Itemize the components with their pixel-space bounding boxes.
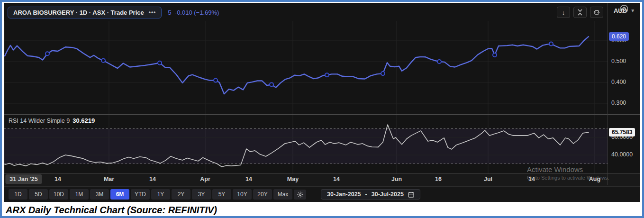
calendar-icon: [408, 191, 414, 198]
range-toolbar: 1D5D10D1M3M6MYTD1Y2Y3Y5Y10Y20YMax30-Jan-…: [4, 186, 640, 202]
range-button-1m[interactable]: 1M: [70, 189, 89, 200]
range-button-3m[interactable]: 3M: [90, 189, 109, 200]
chart-settings-gear-icon[interactable]: [294, 190, 306, 200]
range-button-10d[interactable]: 10D: [49, 189, 68, 200]
axis-label-price: 0.400: [611, 79, 626, 85]
axis-label-rsi: 40.0000: [611, 151, 633, 158]
date-from: 30-Jan-2025: [327, 191, 361, 198]
collapse-icon[interactable]: [573, 7, 587, 18]
time-tick: Apr: [200, 176, 210, 182]
time-axis[interactable]: 31 Jan '2514Mar14Apr14May14Jun16Jul14Aug: [4, 173, 640, 186]
refresh-loop-icon[interactable]: [590, 7, 603, 18]
time-tick: 16: [435, 176, 442, 182]
range-button-3y[interactable]: 3Y: [192, 189, 211, 200]
rsi-indicator-value: 30.6219: [73, 117, 95, 124]
range-button-5y[interactable]: 5Y: [212, 189, 231, 200]
more-options-icon[interactable]: •••: [149, 9, 156, 16]
rsi-indicator-label[interactable]: RSI 14 Wilder Simple 930.6219: [9, 117, 95, 124]
chart-header: AROA BIOSURGERY · 1D · ASX · Trade Price…: [8, 5, 603, 19]
range-button-10y[interactable]: 10Y: [233, 189, 252, 200]
range-button-ytd[interactable]: YTD: [131, 189, 150, 200]
date-to: 30-Jul-2025: [372, 191, 404, 198]
window-frame: AROA BIOSURGERY · 1D · ASX · Trade Price…: [0, 0, 644, 218]
time-tick: 14: [245, 176, 252, 182]
chevron-down-icon: ▼: [630, 8, 635, 13]
chart-caption: ARX Daily Technical Chart (Source: REFIN…: [6, 203, 217, 217]
time-tick: 31 Jan '25: [5, 174, 42, 184]
axis-settings-icon[interactable]: [618, 4, 630, 14]
panel-divider[interactable]: [4, 114, 640, 115]
last-value-badge-price: 0.620: [609, 32, 629, 41]
axis-label-price: 0.300: [611, 100, 626, 106]
time-tick: Jul: [484, 176, 492, 182]
right-price-axis[interactable]: AUD▼ 0.6000.5000.4000.3000.62060.000040.…: [608, 3, 640, 185]
time-tick: 14: [528, 176, 535, 182]
quote-change: 5 -0.010 (−1.69%): [168, 9, 219, 16]
range-button-max[interactable]: Max: [273, 189, 292, 200]
date-range-picker[interactable]: 30-Jan-2025-30-Jul-2025: [321, 189, 420, 200]
price-chart-svg[interactable]: [4, 21, 608, 115]
time-tick: 14: [149, 176, 156, 182]
last-value-badge-rsi: 65.7583: [609, 128, 635, 136]
symbol-title: AROA BIOSURGERY · 1D · ASX · Trade Price: [13, 9, 144, 16]
range-button-20y[interactable]: 20Y: [253, 189, 272, 200]
range-button-2y[interactable]: 2Y: [172, 189, 190, 200]
range-button-6m[interactable]: 6M: [110, 189, 129, 200]
range-button-1y[interactable]: 1Y: [151, 189, 170, 200]
time-tick: Jun: [391, 176, 402, 182]
time-tick: 14: [54, 176, 61, 182]
axis-label-price: 0.500: [611, 58, 626, 64]
date-separator: -: [365, 191, 367, 198]
time-tick: Aug: [589, 176, 600, 182]
download-icon[interactable]: ↓: [557, 7, 570, 18]
chart-app: AROA BIOSURGERY · 1D · ASX · Trade Price…: [4, 3, 640, 202]
time-tick: 14: [333, 176, 340, 182]
range-button-1d[interactable]: 1D: [9, 189, 27, 200]
range-button-5d[interactable]: 5D: [29, 189, 48, 200]
time-tick: May: [287, 176, 299, 182]
symbol-legend-box[interactable]: AROA BIOSURGERY · 1D · ASX · Trade Price…: [8, 7, 162, 18]
time-tick: Mar: [104, 176, 114, 182]
